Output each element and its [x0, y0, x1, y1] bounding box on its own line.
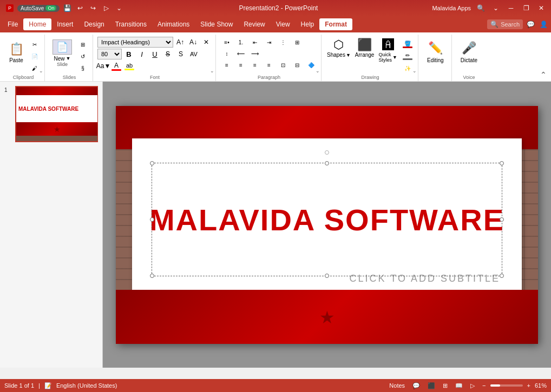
- menu-review[interactable]: Review: [238, 18, 270, 30]
- decrease-font-button[interactable]: A↓: [187, 37, 199, 48]
- reset-button[interactable]: ↺: [76, 51, 89, 62]
- notes-button[interactable]: Notes: [387, 382, 407, 389]
- search-titlebar-button[interactable]: 🔍: [475, 3, 486, 14]
- menu-format[interactable]: Format: [319, 18, 352, 30]
- align-justify-button[interactable]: ≡: [263, 59, 276, 70]
- present-button[interactable]: ▷: [101, 3, 111, 14]
- handle-top-right[interactable]: [500, 161, 504, 165]
- columns-button[interactable]: ⊞: [291, 37, 304, 48]
- ribbon-display-button[interactable]: ⌄: [490, 3, 501, 14]
- search-bar[interactable]: 🔍 Search: [487, 19, 523, 29]
- char-spacing-button[interactable]: AV: [188, 49, 200, 59]
- numbering-button[interactable]: 1.: [234, 37, 247, 48]
- change-case-button[interactable]: Aa▼: [97, 61, 109, 71]
- italic-button[interactable]: I: [136, 49, 148, 59]
- quick-styles-button[interactable]: 🅰 QuickStyles ▼: [377, 37, 398, 64]
- menu-file[interactable]: File: [2, 18, 23, 30]
- autosave-badge[interactable]: AutoSave On: [17, 5, 60, 12]
- text-direction-button[interactable]: ⊡: [277, 59, 290, 70]
- quick-styles-dropdown[interactable]: ▼: [392, 55, 397, 60]
- font-size-selector[interactable]: 80: [97, 49, 122, 59]
- minimize-button[interactable]: ─: [506, 3, 516, 14]
- save-button[interactable]: 💾: [62, 3, 73, 14]
- language[interactable]: English (United States): [56, 382, 117, 389]
- menu-animations[interactable]: Animations: [152, 18, 195, 30]
- restore-button[interactable]: ❐: [521, 3, 532, 14]
- menu-insert[interactable]: Insert: [51, 18, 78, 30]
- comments-status-button[interactable]: 💬: [410, 382, 422, 390]
- undo-button[interactable]: ↩: [75, 3, 86, 14]
- ribbon-collapse-button[interactable]: ⌃: [539, 69, 548, 80]
- text-align-v-button[interactable]: ⊟: [291, 59, 304, 70]
- slide-sorter-button[interactable]: ⊞: [441, 382, 450, 390]
- redo-button[interactable]: ↪: [88, 3, 99, 14]
- dictate-button[interactable]: 🎤 Dictate: [456, 37, 482, 68]
- increase-indent-button[interactable]: ⇥: [263, 37, 276, 48]
- section-button[interactable]: §: [76, 63, 89, 74]
- autosave-toggle[interactable]: On: [45, 5, 56, 11]
- paragraph-expander[interactable]: ⌄: [316, 68, 320, 74]
- menu-design[interactable]: Design: [78, 18, 109, 30]
- new-slide-button[interactable]: 📄 New ▼ Slide: [49, 37, 75, 69]
- align-right-button[interactable]: ≡: [248, 59, 261, 70]
- menu-slideshow[interactable]: Slide Show: [195, 18, 238, 30]
- smart-art-button[interactable]: ⋮: [277, 37, 290, 48]
- comments-button[interactable]: 💬: [525, 19, 536, 30]
- new-slide-dropdown[interactable]: ▼: [66, 56, 71, 61]
- handle-top-mid[interactable]: [325, 161, 329, 165]
- normal-view-button[interactable]: ⬛: [425, 382, 437, 390]
- strikethrough-button[interactable]: S: [162, 49, 174, 59]
- outline-color-button[interactable]: ✏: [401, 51, 415, 62]
- close-button[interactable]: ✕: [536, 3, 547, 14]
- zoom-slider[interactable]: [490, 384, 523, 387]
- rotate-handle[interactable]: [325, 150, 329, 155]
- handle-bot-mid[interactable]: [325, 274, 329, 278]
- menu-view[interactable]: View: [271, 18, 296, 30]
- shadow-button[interactable]: S: [175, 49, 187, 59]
- ltr-button[interactable]: ⟶: [248, 48, 261, 59]
- copy-button[interactable]: 📄: [28, 51, 41, 62]
- zoom-level[interactable]: 61%: [535, 382, 547, 389]
- font-name-selector[interactable]: Impact (Headings): [97, 37, 173, 48]
- editing-button[interactable]: ✏️ Editing: [423, 37, 448, 68]
- bold-button[interactable]: B: [123, 49, 135, 59]
- slide-subtitle-text[interactable]: CLICK TO ADD SUBTITLE: [350, 273, 500, 284]
- decrease-indent-button[interactable]: ⇤: [248, 37, 261, 48]
- shapes-dropdown[interactable]: ▼: [346, 52, 351, 58]
- bullets-button[interactable]: ≡•: [220, 37, 233, 48]
- font-color-button[interactable]: A: [110, 61, 122, 71]
- slide-canvas[interactable]: MALAVIDA SOFTWARE CLICK TO ADD SUBTITLE: [116, 106, 538, 344]
- line-spacing-button[interactable]: ↕: [220, 48, 233, 59]
- fill-color-button[interactable]: 🪣: [401, 39, 415, 50]
- handle-bot-left[interactable]: [150, 274, 154, 278]
- presenter-view-button[interactable]: ▷: [468, 382, 477, 390]
- underline-button[interactable]: U: [149, 49, 161, 59]
- font-expander[interactable]: ⌄: [210, 68, 214, 74]
- zoom-in-button[interactable]: +: [525, 382, 533, 389]
- highlight-button[interactable]: ab: [123, 61, 135, 71]
- clipboard-expander[interactable]: ⌄: [39, 68, 43, 74]
- handle-bot-right[interactable]: [500, 274, 504, 278]
- align-left-button[interactable]: ≡: [220, 59, 233, 70]
- spell-check-icon[interactable]: 📝: [44, 382, 52, 389]
- handle-top-left[interactable]: [150, 161, 154, 165]
- slide-title-text[interactable]: MALAVIDA SOFTWARE: [149, 202, 504, 237]
- zoom-out-button[interactable]: −: [480, 382, 488, 389]
- drawing-expander[interactable]: ⌄: [412, 68, 417, 74]
- align-center-button[interactable]: ≡: [234, 59, 247, 70]
- paste-button[interactable]: 📋 Paste: [5, 37, 27, 69]
- increase-font-button[interactable]: A↑: [174, 37, 186, 48]
- reading-view-button[interactable]: 📖: [453, 382, 465, 390]
- shapes-button[interactable]: ⬡ Shapes ▼: [326, 37, 352, 59]
- clear-format-button[interactable]: ✕: [200, 37, 212, 48]
- menu-home[interactable]: Home: [23, 18, 51, 30]
- rtl-button[interactable]: ⟵: [234, 48, 247, 59]
- menu-transitions[interactable]: Transitions: [110, 18, 152, 30]
- customize-qat-button[interactable]: ⌄: [114, 3, 124, 14]
- cut-button[interactable]: ✂: [28, 39, 41, 50]
- menu-help[interactable]: Help: [296, 18, 320, 30]
- layout-button[interactable]: ⊞: [76, 39, 89, 50]
- arrange-button[interactable]: ⬛ Arrange: [354, 37, 376, 59]
- slide-thumbnail[interactable]: MALAVIDA SOFTWARE ★: [15, 86, 98, 142]
- share-button[interactable]: 👤: [538, 19, 549, 30]
